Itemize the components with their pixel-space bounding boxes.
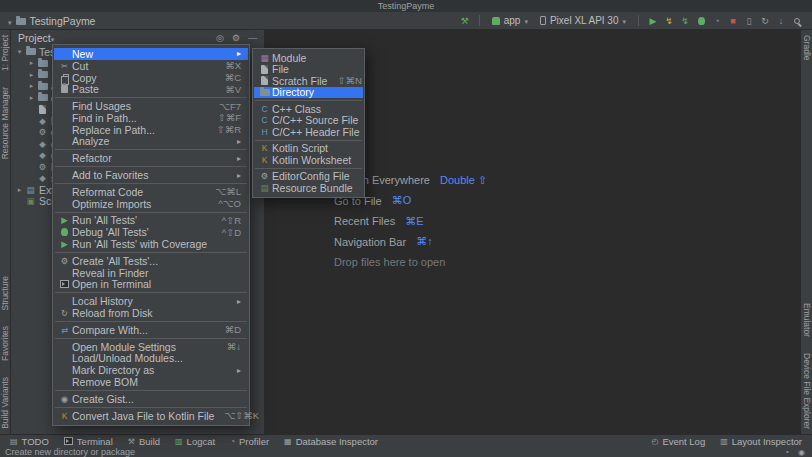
hint-label: Recent Files bbox=[334, 215, 395, 227]
context-menu-item[interactable]: Reveal in Finder ▸ bbox=[54, 267, 248, 279]
editorconfig-icon: ⚙ bbox=[257, 171, 272, 181]
context-menu-item[interactable]: Open Module Settings ⌘↓ ▸ bbox=[54, 341, 248, 353]
expand-arrow-icon[interactable]: ▸ bbox=[27, 82, 36, 90]
navigation-bar[interactable]: TestingPayme bbox=[8, 15, 95, 27]
tool-window-tab[interactable]: Terminal bbox=[64, 436, 113, 447]
coverage-icon: ▶ bbox=[57, 239, 72, 249]
device-select[interactable]: Pixel XL API 30 bbox=[535, 15, 631, 26]
submenu-item[interactable]: Scratch File ⇧⌘N ▸ bbox=[254, 75, 363, 87]
debug-icon[interactable] bbox=[694, 14, 708, 28]
context-menu-item[interactable]: Open in Terminal ▸ bbox=[54, 279, 248, 291]
cpp-source-icon: C bbox=[257, 115, 272, 125]
context-menu-item[interactable]: New ▸ bbox=[54, 48, 248, 60]
tool-window-button[interactable]: Device File Explorer bbox=[802, 353, 812, 429]
hide-icon[interactable]: — bbox=[248, 33, 257, 43]
submenu-item[interactable]: K Kotlin Script ▸ bbox=[254, 143, 363, 155]
tool-window-button[interactable]: Emulator bbox=[802, 303, 812, 337]
folder-icon bbox=[24, 48, 37, 55]
submenu-item[interactable]: ⚙ EditorConfig File ▸ bbox=[254, 171, 363, 183]
tool-window-button[interactable]: Favorites bbox=[0, 326, 10, 361]
tool-window-tab-label: Build bbox=[139, 436, 160, 447]
search-icon[interactable] bbox=[790, 14, 804, 28]
sdk-manager-icon[interactable]: ↓ bbox=[774, 14, 788, 28]
menu-item-label: Kotlin Worksheet bbox=[272, 154, 351, 166]
tool-window-button[interactable]: Build Variants bbox=[0, 377, 10, 429]
expand-arrow-icon[interactable]: ▸ bbox=[27, 59, 36, 67]
profile-icon[interactable]: ◔ bbox=[710, 14, 724, 28]
context-menu-item[interactable]: Local History ▸ bbox=[54, 295, 248, 307]
menu-separator bbox=[255, 140, 362, 141]
chevron-down-icon[interactable] bbox=[51, 32, 55, 44]
tool-window-button[interactable]: Gradle bbox=[802, 35, 812, 61]
settings-gear-icon[interactable]: ⚙ bbox=[232, 33, 240, 43]
context-menu-item[interactable]: ↻ Reload from Disk ▸ bbox=[54, 307, 248, 319]
context-menu-item[interactable]: Add to Favorites ▸ bbox=[54, 169, 248, 181]
submenu-item[interactable]: Directory ▸ bbox=[254, 87, 363, 99]
context-menu-item[interactable]: ✂ Cut ⌘X ▸ bbox=[54, 60, 248, 72]
context-menu-item[interactable]: ⚙ Create 'All Tests'... ▸ bbox=[54, 255, 248, 267]
submenu-item[interactable]: ▦ Module ▸ bbox=[254, 52, 363, 64]
stop-icon[interactable]: ■ bbox=[726, 14, 740, 28]
context-menu-item[interactable]: Reformat Code ⌥⌘L ▸ bbox=[54, 186, 248, 198]
wrench-icon[interactable]: ⚒ bbox=[458, 14, 472, 28]
device-manager-icon[interactable]: ▯ bbox=[742, 14, 756, 28]
context-menu-item[interactable]: ▶ Run 'All Tests' with Coverage ▸ bbox=[54, 238, 248, 250]
expand-arrow-icon[interactable]: ▸ bbox=[15, 186, 24, 194]
submenu-item[interactable]: C C++ Class ▸ bbox=[254, 103, 363, 115]
properties-icon: ⚙ bbox=[36, 127, 49, 137]
run-configuration-select[interactable]: app bbox=[487, 15, 533, 26]
apply-changes-icon[interactable]: ↯ bbox=[662, 14, 676, 28]
gradle-sync-icon[interactable]: ↻ bbox=[758, 14, 772, 28]
context-menu-item[interactable]: Mark Directory as ▸ bbox=[54, 364, 248, 376]
submenu-item[interactable]: K Kotlin Worksheet ▸ bbox=[254, 154, 363, 166]
tool-window-tab[interactable]: ⚒ Build bbox=[128, 436, 160, 447]
submenu-item[interactable]: C C/C++ Source File ▸ bbox=[254, 115, 363, 127]
hint-row: Drop files here to open bbox=[334, 252, 487, 273]
submenu-item[interactable]: File ▸ bbox=[254, 64, 363, 76]
expand-arrow-icon[interactable]: ▾ bbox=[15, 48, 24, 56]
tool-window-button[interactable]: 1: Project bbox=[0, 35, 10, 71]
tool-window-tab[interactable]: ▦ Database Inspector bbox=[284, 436, 378, 447]
apply-code-changes-icon[interactable]: ↯ bbox=[678, 14, 692, 28]
context-menu-item[interactable]: Analyze ▸ bbox=[54, 136, 248, 148]
expand-arrow-icon[interactable]: ▸ bbox=[27, 71, 36, 79]
context-menu-item[interactable]: Replace in Path... ⇧⌘R ▸ bbox=[54, 124, 248, 136]
submenu-item[interactable]: ▤ Resource Bundle ▸ bbox=[254, 182, 363, 194]
context-menu-item[interactable]: ▶ Run 'All Tests' ^⇧R ▸ bbox=[54, 215, 248, 227]
tool-window-tab[interactable]: ▥ Logcat bbox=[175, 436, 215, 447]
menu-item-shortcut: ⌥⇧⌘K bbox=[214, 410, 259, 421]
locate-icon[interactable]: ◎ bbox=[216, 33, 224, 43]
tool-window-button[interactable]: Structure bbox=[0, 276, 10, 311]
context-menu-item[interactable]: ◉ Create Gist... ▸ bbox=[54, 393, 248, 405]
tool-window-tab[interactable]: ◔ Profiler bbox=[230, 436, 269, 447]
context-menu-item[interactable]: Copy ⌘C ▸ bbox=[54, 72, 248, 84]
tool-window-button[interactable]: Resource Manager bbox=[0, 87, 10, 159]
navbar-project-name[interactable]: TestingPayme bbox=[30, 15, 96, 27]
context-menu-item[interactable]: Load/Unload Modules... ▸ bbox=[54, 353, 248, 365]
notification-icon[interactable]: ◉ bbox=[798, 448, 805, 457]
context-menu-item[interactable]: Find Usages ⌥F7 ▸ bbox=[54, 100, 248, 112]
context-menu-item[interactable]: K Convert Java File to Kotlin File ⌥⇧⌘K … bbox=[54, 410, 248, 422]
library-icon: ▤ bbox=[24, 185, 37, 195]
submenu-item[interactable]: H C/C++ Header File ▸ bbox=[254, 126, 363, 138]
project-panel-title[interactable]: Project bbox=[18, 32, 51, 44]
title-bar[interactable]: TestingPayme bbox=[0, 0, 812, 12]
context-menu-item[interactable]: Find in Path... ⇧⌘F ▸ bbox=[54, 112, 248, 124]
context-menu-item[interactable]: Paste ⌘V ▸ bbox=[54, 83, 248, 95]
debug-icon bbox=[57, 228, 72, 236]
tool-window-tab[interactable]: ▥ Layout Inspector bbox=[720, 436, 802, 447]
menu-separator bbox=[255, 100, 362, 101]
right-stripe-top: Gradle bbox=[802, 35, 812, 61]
background-tasks-icon[interactable]: ◔ bbox=[784, 448, 789, 457]
project-panel-header: Project ◎⚙— bbox=[11, 30, 264, 45]
context-menu-item[interactable]: Optimize Imports ^⌥O ▸ bbox=[54, 198, 248, 210]
run-icon[interactable]: ▶ bbox=[646, 14, 660, 28]
context-menu-item[interactable]: Remove BOM ▸ bbox=[54, 376, 248, 388]
context-menu-item[interactable]: ⇄ Compare With... ⌘D ▸ bbox=[54, 324, 248, 336]
context-menu-item[interactable]: Refactor ▸ bbox=[54, 152, 248, 164]
expand-arrow-icon[interactable]: ▸ bbox=[27, 94, 36, 102]
file-icon bbox=[257, 65, 272, 74]
context-menu-item[interactable]: Debug 'All Tests' ^⇧D ▸ bbox=[54, 226, 248, 238]
tool-window-tab[interactable]: ◴ Event Log bbox=[651, 436, 705, 447]
tool-window-tab[interactable]: ▤ TODO bbox=[10, 436, 49, 447]
